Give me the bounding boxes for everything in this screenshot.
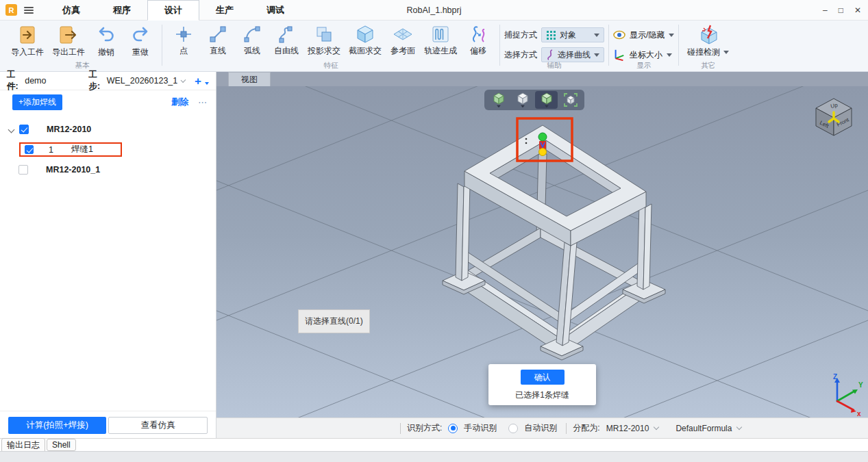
- workpiece-label: 工件:: [7, 69, 22, 92]
- fit-view-button[interactable]: [559, 91, 582, 109]
- section-intersect-button[interactable]: 截面求交: [345, 23, 386, 58]
- confirm-button[interactable]: 确认: [521, 370, 565, 385]
- collision-detect-icon: [698, 25, 719, 45]
- close-button[interactable]: ✕: [854, 5, 861, 15]
- group2-checkbox[interactable]: [18, 165, 28, 175]
- undo-icon: [96, 25, 116, 45]
- axis-x-label: x: [857, 410, 861, 418]
- manual-recognition-label[interactable]: 手动识别: [464, 422, 497, 434]
- tab-debug[interactable]: 调试: [250, 0, 301, 21]
- more-button[interactable]: ⋯: [198, 97, 208, 107]
- auto-recognition-label[interactable]: 自动识别: [524, 422, 557, 434]
- minimize-button[interactable]: –: [823, 5, 828, 15]
- ribbon-group-basic: 导入工件 导出工件 撤销 重做 基本: [4, 21, 160, 71]
- freeline-icon: [277, 25, 296, 44]
- select-mode-label: 选择方式: [504, 49, 537, 61]
- formula-dropdown[interactable]: DefaultFormula: [675, 424, 743, 433]
- menu-icon[interactable]: [24, 7, 34, 14]
- weld-checkbox[interactable]: [25, 145, 34, 154]
- undo-button[interactable]: 撤销: [89, 23, 123, 60]
- viewport-3d-canvas[interactable]: Up Left Front Z Y x: [216, 86, 868, 418]
- redo-icon: [130, 25, 151, 45]
- view-simulation-button[interactable]: 查看仿真: [108, 417, 208, 434]
- view-style-shaded-edges-button[interactable]: [487, 91, 510, 109]
- chevron-down-icon: [667, 53, 672, 57]
- chevron-down-icon: [181, 77, 186, 83]
- ribbon-group-other: 碰撞检测 其它: [680, 21, 736, 71]
- redo-button[interactable]: 重做: [123, 23, 158, 60]
- ribbon-group-display: 显示/隐藏 坐标大小 显示: [610, 21, 677, 71]
- offset-button[interactable]: 偏移: [461, 23, 495, 58]
- chevron-down-icon: [654, 424, 659, 430]
- shell-tab[interactable]: Shell: [47, 439, 76, 451]
- axis-z-label: Z: [833, 373, 837, 381]
- chevron-down-icon: [594, 34, 599, 37]
- snap-grid-icon: [546, 30, 556, 40]
- chevron-down-icon: [723, 51, 729, 54]
- projection-intersect-icon: [314, 25, 334, 44]
- viewport-tab-strip: 视图: [216, 72, 868, 86]
- import-part-button[interactable]: 导入工件: [7, 23, 48, 60]
- output-log-tab[interactable]: 输出日志: [1, 438, 45, 452]
- reference-plane-button[interactable]: 参考面: [386, 23, 420, 58]
- offset-icon: [469, 25, 488, 44]
- group-checkbox[interactable]: [19, 125, 29, 134]
- add-weld-line-button[interactable]: +添加焊线: [12, 94, 62, 110]
- delete-button[interactable]: 删除: [171, 97, 188, 108]
- tab-program[interactable]: 程序: [97, 0, 147, 21]
- import-part-icon: [17, 25, 38, 45]
- tree-row-group2[interactable]: MR12-2010_1: [0, 159, 216, 180]
- trajectory-generate-button[interactable]: 轨迹生成: [420, 23, 461, 58]
- line-button[interactable]: 直线: [201, 23, 235, 58]
- manual-recognition-radio[interactable]: [448, 424, 458, 433]
- chevron-down-icon: [521, 105, 525, 108]
- fit-view-icon: [563, 92, 578, 107]
- show-hide-button[interactable]: 显示/隐藏: [613, 27, 674, 43]
- status-strip: [0, 451, 868, 462]
- chevron-down-icon: [736, 424, 742, 430]
- view-style-hidden-line-button[interactable]: [511, 91, 534, 109]
- group-label-aux: 辅助: [501, 61, 607, 70]
- tab-production[interactable]: 生产: [199, 0, 250, 21]
- ribbon-group-aux: 捕捉方式 对象 选择方式 选择曲线 辅助: [501, 21, 607, 71]
- select-mode-dropdown[interactable]: 选择曲线: [541, 47, 604, 62]
- view-cube[interactable]: Up Left Front: [816, 99, 852, 136]
- shaded-edges-cube-icon: [492, 92, 506, 105]
- assign-to-dropdown[interactable]: MR12-2010: [606, 424, 660, 433]
- snap-mode-dropdown[interactable]: 对象: [541, 27, 604, 42]
- group-label-feature: 特征: [164, 61, 498, 70]
- tab-simulation[interactable]: 仿真: [46, 0, 97, 21]
- compute-button[interactable]: 计算(拍照+焊接): [8, 417, 106, 434]
- coord-axes-icon: [613, 49, 625, 61]
- tab-design[interactable]: 设计: [147, 0, 199, 21]
- auto-recognition-radio[interactable]: [508, 424, 518, 433]
- expand-chevron-icon[interactable]: [8, 126, 15, 133]
- export-part-icon: [58, 25, 79, 45]
- workpiece-value: demo: [25, 76, 46, 86]
- view-style-solid-button[interactable]: [535, 91, 558, 109]
- ribbon-group-feature: 点 直线 弧线 自由线 投影求交 截面求交: [164, 21, 498, 71]
- collision-detect-button[interactable]: 碰撞检测: [683, 23, 733, 60]
- freeline-button[interactable]: 自由线: [269, 23, 303, 58]
- point-button[interactable]: 点: [166, 23, 201, 58]
- projection-intersect-button[interactable]: 投影求交: [303, 23, 345, 58]
- step-dropdown[interactable]: WEL_20260123_1: [107, 76, 178, 86]
- reference-plane-icon: [393, 25, 412, 44]
- trajectory-generate-icon: [431, 25, 450, 44]
- weld-tree-panel: 工件: demo 工步: WEL_20260123_1 + +添加焊线 删除 ⋯…: [0, 72, 216, 438]
- export-part-button[interactable]: 导出工件: [48, 23, 89, 60]
- tree-row-group[interactable]: MR12-2010: [0, 119, 216, 140]
- chevron-down-icon: [205, 82, 209, 85]
- group-label-other: 其它: [680, 61, 736, 70]
- maximize-button[interactable]: □: [839, 5, 843, 15]
- ribbon-toolbar: 导入工件 导出工件 撤销 重做 基本 点 直: [0, 21, 868, 72]
- app-logo[interactable]: R: [5, 4, 17, 16]
- chevron-down-icon: [669, 34, 674, 37]
- view-tab[interactable]: 视图: [228, 72, 271, 86]
- arc-button[interactable]: 弧线: [235, 23, 269, 58]
- tree-row-weld-selected[interactable]: 1 焊缝1: [19, 142, 122, 157]
- solid-cube-icon: [540, 92, 554, 105]
- add-step-button[interactable]: +: [195, 75, 201, 87]
- section-intersect-icon: [356, 25, 375, 44]
- recognition-bar: 识别方式: 手动识别 自动识别 分配为: MR12-2010 DefaultFo…: [216, 418, 868, 438]
